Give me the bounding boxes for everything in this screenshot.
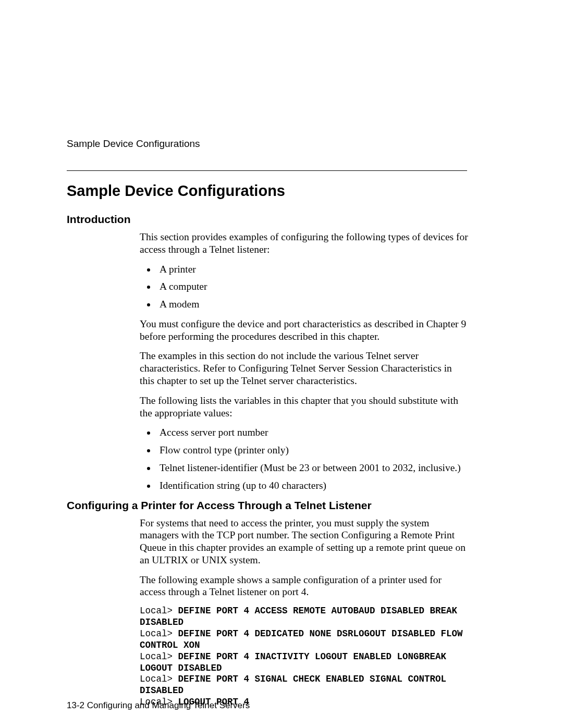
code-example: Local> DEFINE PORT 4 ACCESS REMOTE AUTOB… (140, 606, 468, 708)
prompt-text: Local> (140, 674, 173, 684)
code-line: Local> DEFINE PORT 4 INACTIVITY LOGOUT E… (140, 651, 468, 674)
section-heading-printer: Configuring a Printer for Access Through… (67, 499, 496, 512)
device-list: A printer A computer A modem (140, 263, 468, 311)
code-line: Local> DEFINE PORT 4 DEDICATED NONE DSRL… (140, 628, 468, 651)
page-footer: 13-2 Configuring and Managing Telnet Ser… (67, 700, 250, 711)
list-item: Access server port number (156, 426, 468, 439)
horizontal-rule (67, 170, 467, 171)
list-item: A modem (156, 298, 468, 311)
code-line: Local> DEFINE PORT 4 SIGNAL CHECK ENABLE… (140, 674, 468, 697)
section-heading-introduction: Introduction (67, 213, 496, 226)
command-text: DEFINE PORT 4 SIGNAL CHECK ENABLED SIGNA… (140, 674, 446, 696)
command-text: DEFINE PORT 4 DEDICATED NONE DSRLOGOUT D… (140, 628, 463, 650)
printer-paragraph: For systems that need to access the prin… (140, 517, 468, 566)
intro-paragraph: The following lists the variables in thi… (140, 394, 468, 419)
page: Sample Device Configurations Sample Devi… (0, 0, 563, 728)
variables-list: Access server port number Flow control t… (140, 426, 468, 491)
list-item: A computer (156, 280, 468, 293)
intro-paragraph: You must configure the device and port c… (140, 318, 468, 343)
code-line: Local> DEFINE PORT 4 ACCESS REMOTE AUTOB… (140, 606, 468, 628)
list-item: A printer (156, 263, 468, 276)
running-head: Sample Device Configurations (67, 138, 496, 150)
intro-body: This section provides examples of config… (140, 231, 468, 492)
page-title: Sample Device Configurations (67, 182, 496, 200)
intro-paragraph: This section provides examples of config… (140, 231, 468, 256)
prompt-text: Local> (140, 628, 173, 639)
intro-paragraph: The examples in this section do not incl… (140, 350, 468, 387)
list-item: Identification string (up to 40 characte… (156, 479, 468, 492)
prompt-text: Local> (140, 606, 173, 616)
prompt-text: Local> (140, 651, 173, 662)
command-text: DEFINE PORT 4 INACTIVITY LOGOUT ENABLED … (140, 651, 446, 673)
list-item: Telnet listener-identifier (Must be 23 o… (156, 462, 468, 474)
printer-body: For systems that need to access the prin… (140, 517, 468, 709)
list-item: Flow control type (printer only) (156, 444, 468, 456)
command-text: DEFINE PORT 4 ACCESS REMOTE AUTOBAUD DIS… (140, 606, 457, 627)
printer-paragraph: The following example shows a sample con… (140, 574, 468, 599)
